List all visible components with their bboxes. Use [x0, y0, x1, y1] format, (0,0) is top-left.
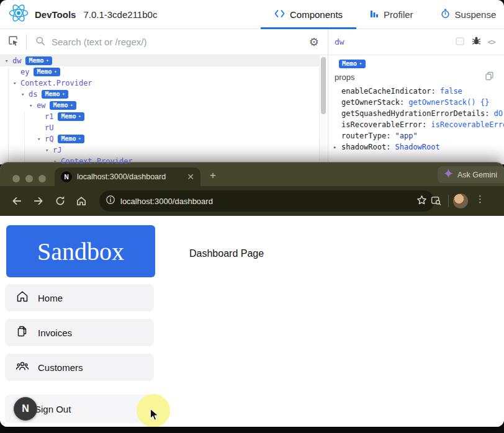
inspector-header: dw <>: [328, 29, 504, 55]
inspect-element-icon[interactable]: [8, 35, 19, 48]
close-window-button[interactable]: [12, 175, 20, 182]
expand-arrow[interactable]: ▾: [29, 102, 37, 109]
menu-kebab-icon[interactable]: ⋮: [475, 194, 485, 205]
component-name: ds: [29, 90, 37, 99]
memo-badge: Memo✦: [339, 60, 366, 68]
minimize-window-button[interactable]: [25, 175, 33, 182]
maximize-window-button[interactable]: [38, 175, 46, 182]
prop-row[interactable]: ▸ getOwnerStack: getOwnerStack() {}: [328, 97, 504, 108]
component-name: rJ: [53, 146, 61, 154]
ask-gemini-button[interactable]: Ask Gemini: [438, 166, 504, 183]
home-icon: [16, 290, 29, 306]
prop-row[interactable]: ▸ shadowRoot: ShadowRoot: [328, 141, 504, 153]
tree-row[interactable]: ▾ ey Memo✦: [0, 66, 319, 78]
devtools-title: DevTools: [35, 9, 76, 20]
site-info-icon[interactable]: [106, 195, 115, 207]
page-title: Dashboard Page: [189, 248, 264, 259]
devtools-search-row: ⚙: [0, 29, 328, 55]
tree-row[interactable]: ▾ Context.Provider: [0, 78, 319, 89]
prop-name: shadowRoot:: [341, 143, 390, 151]
memo-badge-label: Memo: [61, 113, 76, 120]
sparkles-icon: ✦: [54, 69, 57, 75]
forward-icon[interactable]: [33, 195, 44, 209]
sparkles-icon: ✦: [62, 91, 65, 97]
expand-arrow[interactable]: ▾: [37, 136, 45, 142]
url-input[interactable]: localhost:3000/dashboard: [120, 197, 416, 206]
tree-scrollbar[interactable]: [319, 55, 326, 164]
prop-row[interactable]: ▸ routerType: "app": [328, 130, 504, 141]
tree-row[interactable]: ▾ ew Memo✦: [0, 100, 319, 111]
prop-expand-arrow[interactable]: ▸: [333, 144, 341, 150]
tree-row[interactable]: ▾ ds Memo✦: [0, 89, 319, 100]
scrollbar-thumb[interactable]: [321, 57, 326, 114]
sidebar-item-label: Home: [38, 293, 63, 303]
sidebar-item-customers[interactable]: Customers: [5, 354, 154, 381]
tab-suspense-label: Suspense: [455, 9, 497, 20]
tab-suspense[interactable]: Suspense: [427, 0, 504, 29]
browser-tab[interactable]: N localhost:3000/dashboard ✕: [55, 167, 200, 186]
sandbox-logo[interactable]: Sandbox: [6, 225, 155, 277]
sandbox-logo-text: Sandbox: [37, 237, 124, 266]
tab-profiler[interactable]: Profiler: [356, 0, 427, 29]
devtools-version: 7.0.1-3cde211b0c: [83, 9, 157, 20]
expand-arrow[interactable]: ▾: [5, 58, 12, 64]
expand-arrow[interactable]: ▾: [13, 80, 20, 86]
memo-badge: Memo✦: [50, 101, 76, 110]
tree-row[interactable]: ▾ Context.Provider: [0, 156, 319, 164]
screen: DevTools 7.0.1-3cde211b0c Components Pro…: [0, 0, 504, 433]
suspense-toggle-icon[interactable]: [455, 36, 465, 48]
tree-row[interactable]: ▾ rQ Memo✦: [0, 133, 319, 145]
memo-badge-label: Memo: [61, 135, 76, 142]
back-icon[interactable]: [11, 195, 22, 209]
prop-row[interactable]: ▸ getSquashedHydrationErrorDetails: dO(…: [328, 108, 504, 119]
tree-row[interactable]: ▾ rJ: [0, 145, 319, 156]
react-logo-icon: [9, 3, 29, 25]
home-icon[interactable]: [76, 195, 87, 209]
new-tab-button[interactable]: +: [210, 169, 216, 182]
code-brackets-icon: [274, 9, 285, 20]
sidebar-item-home[interactable]: Home: [5, 284, 154, 311]
copy-icon[interactable]: [485, 71, 494, 83]
sidebar-item-invoices[interactable]: Invoices: [5, 319, 154, 346]
memo-badge-label: Memo: [45, 91, 60, 97]
sidebar-item-label: Customers: [38, 362, 83, 373]
profile-avatar[interactable]: [453, 194, 468, 208]
memo-badge: Memo✦: [58, 135, 84, 143]
view-source-icon[interactable]: <>: [488, 38, 495, 47]
expand-arrow[interactable]: ▾: [53, 158, 61, 164]
expand-arrow[interactable]: ▾: [45, 147, 53, 153]
prop-row[interactable]: ▸ enableCacheIndicator: false: [328, 86, 504, 97]
browser-toolbar: localhost:3000/dashboard ⋮: [0, 186, 504, 216]
memo-badge: Memo✦: [34, 68, 60, 76]
component-tree: ▾ dw Memo✦ ▾ ey Memo✦ ▾ Context.Provider…: [0, 55, 319, 164]
component-name: Context.Provider: [61, 157, 133, 164]
tab-components[interactable]: Components: [261, 0, 356, 29]
component-name: ey: [20, 68, 29, 76]
customers-icon: [16, 359, 29, 375]
sparkles-icon: ✦: [70, 102, 73, 109]
gear-icon[interactable]: ⚙: [309, 37, 319, 48]
prop-row[interactable]: ▸ isRecoverableError: isRecoverableErro…: [328, 119, 504, 130]
tree-row[interactable]: ▾ rU: [0, 122, 319, 133]
address-bar[interactable]: localhost:3000/dashboard: [99, 190, 434, 212]
nextjs-devtools-badge[interactable]: N: [14, 397, 37, 421]
prop-value: false: [440, 87, 462, 96]
tree-row[interactable]: ▾ r1 Memo✦: [0, 111, 319, 122]
search-input[interactable]: [52, 37, 309, 47]
expand-arrow[interactable]: ▾: [21, 91, 29, 97]
invoices-icon: [16, 324, 29, 341]
ask-gemini-label: Ask Gemini: [457, 171, 497, 179]
props-list: ▸ enableCacheIndicator: false ▸ getOwner…: [328, 86, 504, 153]
reload-icon[interactable]: [55, 195, 66, 209]
tab-close-icon[interactable]: ✕: [187, 172, 194, 181]
props-section-label: props: [335, 73, 355, 82]
tree-row[interactable]: ▾ dw Memo✦: [0, 55, 319, 66]
tab-search-icon[interactable]: [431, 195, 441, 208]
memo-badge-label: Memo: [342, 60, 357, 67]
mouse-cursor-icon: [150, 408, 160, 424]
prop-value: ShadowRoot: [395, 143, 439, 151]
prop-name: isRecoverableError:: [341, 120, 426, 129]
bug-icon[interactable]: [472, 36, 481, 48]
bookmark-star-icon[interactable]: [416, 195, 427, 208]
prop-value: isRecoverableErro…: [431, 120, 504, 129]
